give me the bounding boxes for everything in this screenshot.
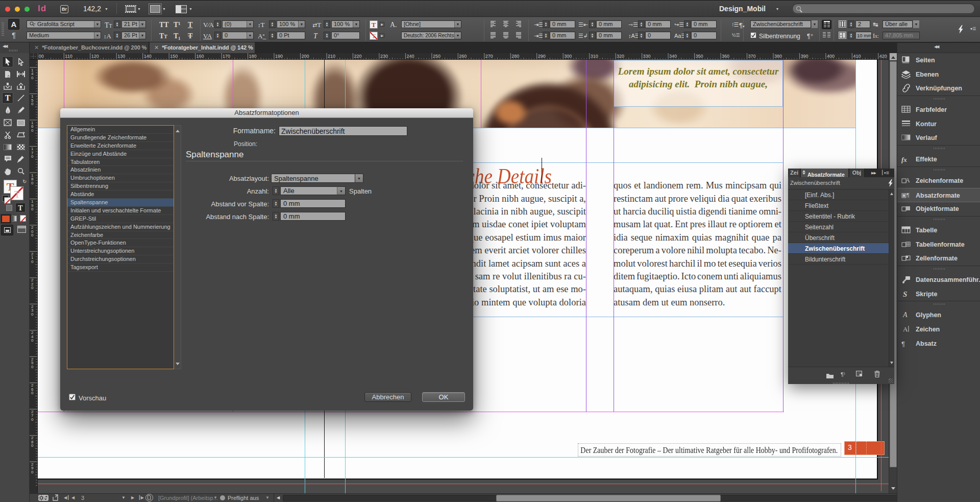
svg-text:180: 180 xyxy=(249,54,257,59)
svg-text:150: 150 xyxy=(170,54,178,59)
svg-text:140: 140 xyxy=(144,54,152,59)
svg-text:120: 120 xyxy=(91,54,99,59)
svg-text:320: 320 xyxy=(617,54,624,59)
svg-text:0: 0 xyxy=(31,391,34,395)
svg-text:300: 300 xyxy=(564,54,572,59)
svg-text:0: 0 xyxy=(31,76,34,80)
svg-text:380: 380 xyxy=(774,54,782,59)
svg-text:0: 0 xyxy=(31,338,34,343)
svg-text:220: 220 xyxy=(354,54,361,59)
svg-text:0: 0 xyxy=(31,417,34,422)
svg-text:0: 0 xyxy=(31,470,34,474)
svg-text:0: 0 xyxy=(31,443,34,448)
svg-text:¶: ¶ xyxy=(906,192,910,198)
svg-text:260: 260 xyxy=(459,54,467,59)
svg-text:110: 110 xyxy=(65,54,72,59)
svg-text:170: 170 xyxy=(223,54,230,59)
svg-text:410: 410 xyxy=(853,54,861,59)
svg-text:250: 250 xyxy=(433,54,440,59)
svg-text:0: 0 xyxy=(31,233,34,237)
svg-text:330: 330 xyxy=(643,54,651,59)
svg-text:T: T xyxy=(14,189,20,200)
svg-text:230: 230 xyxy=(380,54,388,59)
svg-text:0: 0 xyxy=(31,181,34,185)
svg-text:0: 0 xyxy=(31,154,34,159)
svg-text:0: 0 xyxy=(31,285,34,290)
svg-text:00: 00 xyxy=(39,54,44,59)
svg-text:0: 0 xyxy=(31,207,34,211)
svg-text:A: A xyxy=(903,325,908,333)
svg-text:0: 0 xyxy=(31,128,34,133)
svg-text:240: 240 xyxy=(406,54,414,59)
svg-text:S: S xyxy=(903,290,907,298)
svg-text:130: 130 xyxy=(117,54,125,59)
svg-text:A: A xyxy=(902,311,908,319)
svg-text:160: 160 xyxy=(197,54,204,59)
svg-text:0: 0 xyxy=(31,102,34,106)
svg-text:370: 370 xyxy=(748,54,756,59)
svg-text:360: 360 xyxy=(722,54,729,59)
svg-text:310: 310 xyxy=(591,54,598,59)
svg-text:270: 270 xyxy=(485,54,493,59)
svg-text:0: 0 xyxy=(31,259,34,264)
svg-text:A: A xyxy=(905,177,910,184)
svg-text:0: 0 xyxy=(31,312,34,317)
svg-text:350: 350 xyxy=(696,54,703,59)
svg-text:420: 420 xyxy=(879,54,887,59)
svg-text:390: 390 xyxy=(800,54,808,59)
svg-text:200: 200 xyxy=(302,54,309,59)
svg-text:210: 210 xyxy=(328,54,335,59)
svg-text:280: 280 xyxy=(511,54,519,59)
svg-text:0: 0 xyxy=(31,365,34,369)
svg-text:340: 340 xyxy=(669,54,677,59)
svg-text:190: 190 xyxy=(275,54,283,59)
svg-text:400: 400 xyxy=(827,54,835,59)
svg-text:290: 290 xyxy=(538,54,546,59)
